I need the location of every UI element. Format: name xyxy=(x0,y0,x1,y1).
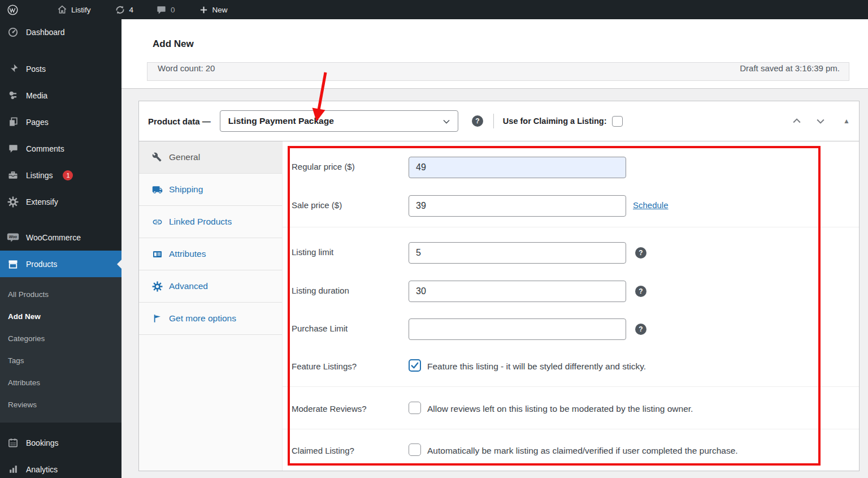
editor-top-area: Add New Word count: 20 Draft saved at 3:… xyxy=(121,19,868,89)
sidebar-label: Extensify xyxy=(26,197,58,206)
claimed-listing-description: Automatically be mark listing as claimed… xyxy=(427,446,738,456)
listing-limit-help-icon[interactable]: ? xyxy=(635,247,646,259)
sidebar-item-analytics[interactable]: Analytics xyxy=(0,456,121,478)
moderate-reviews-label: Moderate Reviews? xyxy=(292,404,367,414)
tab-general[interactable]: General xyxy=(139,141,282,174)
woo-icon: Woo xyxy=(7,232,19,243)
tab-get-more-options[interactable]: Get more options xyxy=(139,303,282,335)
sidebar-label: Analytics xyxy=(26,465,58,474)
general-tab-panel: Regular price ($) Sale price ($) Schedul… xyxy=(283,141,859,471)
admin-bar: Listify 4 0 New xyxy=(0,0,868,19)
tab-attributes[interactable]: Attributes xyxy=(139,238,282,270)
sidebar-label: Posts xyxy=(26,64,46,74)
dashboard-icon xyxy=(7,27,19,38)
submenu-categories[interactable]: Categories xyxy=(0,328,121,350)
truck-icon xyxy=(151,184,163,195)
comments-menu[interactable]: 0 xyxy=(149,0,182,19)
schedule-link[interactable]: Schedule xyxy=(633,200,669,210)
sidebar-item-products[interactable]: Products xyxy=(0,251,121,277)
sidebar-item-media[interactable]: Media xyxy=(0,82,121,109)
plug-flag-icon xyxy=(151,313,163,324)
comment-bubble-icon xyxy=(156,5,167,15)
home-icon xyxy=(57,5,67,15)
new-menu[interactable]: New xyxy=(192,0,235,19)
tab-label: Linked Products xyxy=(169,217,232,227)
feature-listings-description: Feature this listing - it will be styled… xyxy=(427,361,646,372)
sidebar-item-bookings[interactable]: Bookings xyxy=(0,429,121,456)
word-count: Word count: 20 xyxy=(158,62,215,77)
svg-text:Woo: Woo xyxy=(9,234,17,238)
product-data-header: Product data — Listing Payment Package ?… xyxy=(139,101,859,141)
product-type-help-icon[interactable]: ? xyxy=(472,115,483,127)
section-divider xyxy=(283,227,859,227)
submenu-add-new[interactable]: Add New xyxy=(0,305,121,328)
pin-icon xyxy=(7,63,19,74)
tab-label: Get more options xyxy=(169,313,236,324)
updates-menu[interactable]: 4 xyxy=(108,0,141,19)
listing-limit-label: Listing limit xyxy=(292,247,333,257)
submenu-reviews[interactable]: Reviews xyxy=(0,394,121,416)
listing-duration-label: Listing duration xyxy=(292,286,349,295)
move-up-icon[interactable] xyxy=(791,115,802,127)
submenu-attributes[interactable]: Attributes xyxy=(0,372,121,394)
sidebar-label: Dashboard xyxy=(26,28,65,37)
product-data-title: Product data — xyxy=(148,117,211,126)
sidebar-label: Listings xyxy=(26,171,53,180)
submenu-all-products[interactable]: All Products xyxy=(0,283,121,305)
regular-price-input[interactable] xyxy=(409,157,626,178)
sidebar-label: WooCommerce xyxy=(26,233,81,242)
sidebar-item-listings[interactable]: Listings 1 xyxy=(0,162,121,188)
comment-count: 0 xyxy=(171,6,175,14)
updates-icon xyxy=(115,5,125,15)
listing-duration-input[interactable] xyxy=(409,281,626,302)
active-menu-notch xyxy=(117,260,121,269)
sidebar-item-comments[interactable]: Comments xyxy=(0,135,121,162)
feature-listings-checkbox[interactable] xyxy=(409,359,421,372)
wordpress-logo-icon xyxy=(7,4,19,16)
listing-limit-input[interactable] xyxy=(409,242,626,264)
sidebar-label: Bookings xyxy=(26,438,59,447)
site-menu[interactable]: Listify xyxy=(50,0,98,19)
purchase-limit-label: Purchase Limit xyxy=(292,324,348,333)
product-type-select[interactable]: Listing Payment Package xyxy=(220,110,458,132)
chevron-down-icon xyxy=(441,116,452,130)
analytics-icon xyxy=(7,464,19,475)
gear-icon xyxy=(7,196,19,208)
admin-sidebar: Dashboard Posts Media Pages Comments xyxy=(0,19,121,478)
purchase-limit-help-icon[interactable]: ? xyxy=(635,324,646,335)
tab-label: Shipping xyxy=(169,184,203,195)
sidebar-item-woocommerce[interactable]: Woo WooCommerce xyxy=(0,224,121,251)
tab-label: Attributes xyxy=(169,249,206,259)
attributes-card-icon xyxy=(151,249,163,260)
advanced-gear-icon xyxy=(151,281,163,292)
comments-icon xyxy=(7,143,19,154)
sale-price-input[interactable] xyxy=(409,195,626,217)
moderate-reviews-checkbox[interactable] xyxy=(409,402,421,414)
claimed-listing-label: Claimed Listing? xyxy=(292,446,354,455)
purchase-limit-input[interactable] xyxy=(409,318,626,340)
tab-label: General xyxy=(169,152,200,162)
sale-price-label: Sale price ($) xyxy=(292,200,342,210)
pages-icon xyxy=(7,117,19,127)
listing-duration-help-icon[interactable]: ? xyxy=(635,286,646,297)
section-divider xyxy=(283,386,859,387)
sidebar-item-extensify[interactable]: Extensify xyxy=(0,188,121,215)
tab-shipping[interactable]: Shipping xyxy=(139,174,282,206)
toggle-panel-icon[interactable]: ▲ xyxy=(843,117,850,125)
section-divider xyxy=(283,429,859,429)
tab-linked-products[interactable]: Linked Products xyxy=(139,206,282,238)
tab-advanced[interactable]: Advanced xyxy=(139,270,282,303)
moderate-reviews-description: Allow reviews left on this listing to be… xyxy=(427,404,693,414)
claim-listing-label: Use for Claiming a Listing: xyxy=(503,117,607,126)
sidebar-item-dashboard[interactable]: Dashboard xyxy=(0,20,121,44)
claim-listing-checkbox[interactable] xyxy=(612,116,623,127)
sidebar-item-posts[interactable]: Posts xyxy=(0,55,121,82)
move-down-icon[interactable] xyxy=(815,115,826,127)
claimed-listing-checkbox[interactable] xyxy=(409,443,421,456)
wordpress-logo-menu[interactable] xyxy=(0,0,25,19)
new-label: New xyxy=(212,6,228,14)
submenu-tags[interactable]: Tags xyxy=(0,350,121,372)
draft-saved-status: Draft saved at 3:16:39 pm. xyxy=(740,62,840,77)
update-count: 4 xyxy=(129,6,134,14)
sidebar-item-pages[interactable]: Pages xyxy=(0,109,121,135)
